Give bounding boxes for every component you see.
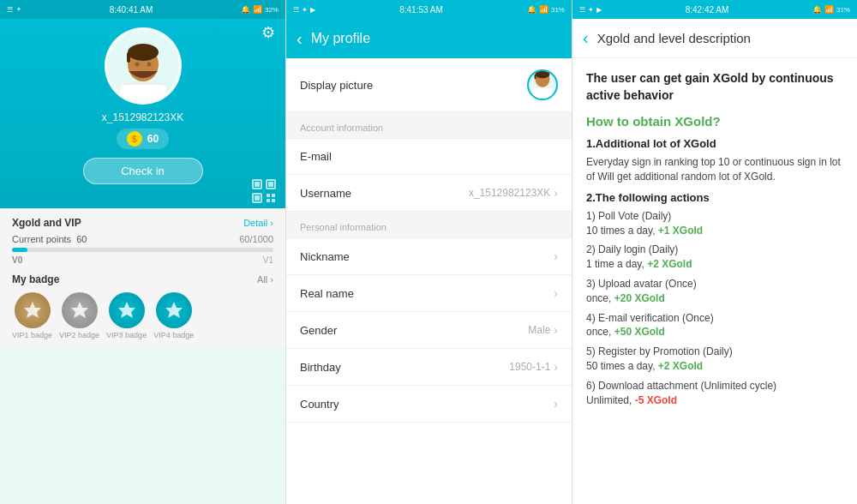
gender-value: Male ›	[528, 323, 558, 337]
avatar-svg	[113, 40, 173, 102]
username-display: x_1512982123XK	[102, 111, 183, 123]
back-button-p3[interactable]: ‹	[583, 28, 589, 48]
panel3-topbar: ‹ Xgold and level description	[572, 19, 857, 58]
svg-rect-15	[272, 194, 275, 197]
personal-info-header: Personal information	[286, 212, 572, 238]
username-item[interactable]: Username x_1512982123XK ›	[286, 175, 572, 212]
statusbar-panel2: ☰✦▶ 8:41:53 AM 🔔📶31%	[286, 0, 572, 19]
badge-vip3-circle	[109, 292, 145, 328]
svg-rect-7	[120, 85, 166, 102]
svg-rect-14	[267, 194, 270, 197]
svg-rect-16	[267, 199, 270, 202]
coins-row: $ 60	[117, 129, 169, 149]
progress-bar-bg	[12, 248, 273, 252]
svg-rect-4	[127, 52, 130, 63]
nickname-label: Nickname	[300, 250, 350, 263]
profile-avatar-small	[527, 69, 558, 100]
panel-my-profile: ☰✦▶ 8:41:53 AM 🔔📶31% ‹ My profile Displa…	[285, 0, 572, 504]
gender-chevron: ›	[554, 323, 558, 337]
statusbar-right-p1: 🔔📶32%	[241, 5, 279, 14]
progress-bar-fill	[12, 248, 27, 252]
badge-vip2-circle	[62, 292, 98, 328]
badge-section-header: My badge All ›	[12, 273, 273, 285]
badge-section: My badge All › VIP1 badge VIP2 badge	[12, 273, 273, 339]
badge-vip1-label: VIP1 badge	[12, 331, 52, 339]
account-info-header: Account information	[286, 112, 572, 139]
vip1-label: V1	[263, 255, 273, 265]
qr-icon[interactable]	[251, 178, 277, 204]
country-item[interactable]: Country ›	[286, 386, 572, 423]
back-button-p2[interactable]: ‹	[297, 29, 303, 49]
following-actions-title: 2.The following actions	[586, 191, 843, 204]
additional-lot-body: Everyday sign in ranking top 10 or conti…	[586, 155, 843, 184]
statusbar-right-p2: 🔔📶31%	[527, 5, 565, 14]
panel-xgold-description: ☰✦▶ 8:42:42 AM 🔔📶31% ‹ Xgold and level d…	[572, 0, 857, 504]
badges-row: VIP1 badge VIP2 badge VIP3 badge	[12, 292, 273, 339]
badge-vip2: VIP2 badge	[59, 292, 99, 339]
birthday-value: 1950-1-1 ›	[509, 360, 558, 374]
gender-label: Gender	[300, 324, 337, 337]
xgold-title: Xgold and VIP	[12, 217, 81, 229]
email-label: E-mail	[300, 150, 332, 163]
username-label: Username	[300, 187, 351, 200]
xgold-content: The user can get gain XGold by continuou…	[572, 58, 857, 504]
svg-point-3	[128, 44, 159, 61]
action-poll-vote: 1) Poll Vote (Daily) 10 times a day, +1 …	[586, 209, 843, 238]
display-picture-item[interactable]: Display picture	[286, 58, 572, 112]
svg-rect-22	[535, 75, 536, 80]
statusbar-left-p3: ☰✦▶	[579, 6, 602, 14]
svg-rect-9	[255, 182, 260, 187]
badge-vip3: VIP3 badge	[106, 292, 147, 339]
birthday-item[interactable]: Birthday 1950-1-1 ›	[286, 349, 572, 386]
statusbar-panel1: ☰ ✦ 8:40:41 AM 🔔📶32%	[0, 0, 285, 19]
badge-vip2-label: VIP2 badge	[59, 331, 99, 339]
email-item[interactable]: E-mail	[286, 139, 572, 175]
xgold-plus20: +20 XGold	[614, 292, 665, 304]
display-picture-label: Display picture	[300, 79, 373, 92]
svg-rect-17	[272, 199, 275, 202]
vip-labels: V0 V1	[12, 255, 273, 265]
panel-profile: ☰ ✦ 8:40:41 AM 🔔📶32% ⚙	[0, 0, 285, 504]
personal-info-label: Personal information	[300, 222, 387, 232]
statusbar-time-p1: 8:40:41 AM	[110, 5, 153, 15]
birthday-chevron: ›	[554, 360, 558, 374]
action-register-promotion: 5) Register by Promotion (Daily) 50 time…	[586, 345, 843, 374]
coins-value: 60	[147, 133, 159, 145]
statusbar-right-p3: 🔔📶31%	[812, 5, 850, 14]
svg-rect-13	[255, 195, 260, 201]
action-upload-avatar: 3) Upload avatar (Once) once, +20 XGold	[586, 277, 843, 306]
avatar	[105, 27, 182, 105]
gender-item[interactable]: Gender Male ›	[286, 312, 572, 349]
country-chevron: ›	[554, 397, 558, 411]
gear-icon[interactable]: ⚙	[261, 23, 275, 42]
realname-chevron: ›	[554, 286, 558, 300]
detail-link[interactable]: Detail ›	[243, 218, 273, 228]
nickname-item[interactable]: Nickname ›	[286, 238, 572, 275]
svg-point-21	[536, 70, 550, 78]
obtain-title: How to obtain XGold?	[586, 114, 843, 129]
action-download-attachment: 6) Download attachment (Unlimited cycle)…	[586, 379, 843, 408]
svg-rect-11	[268, 182, 273, 187]
xgold-minus5: -5 XGold	[635, 394, 677, 406]
additional-lot-title: 1.Additional lot of XGold	[586, 137, 843, 150]
badge-vip1: VIP1 badge	[12, 292, 52, 339]
svg-point-6	[147, 63, 151, 67]
badge-title: My badge	[12, 273, 59, 285]
profile-header: ⚙ x_1512982123XK	[0, 19, 285, 208]
chevron-right-icon: ›	[554, 186, 558, 200]
panel3-title: Xgold and level description	[597, 31, 751, 45]
badge-vip4-circle	[156, 292, 192, 328]
statusbar-time-p3: 8:42:42 AM	[686, 5, 729, 15]
realname-item[interactable]: Real name ›	[286, 275, 572, 312]
svg-rect-24	[532, 88, 553, 99]
statusbar-left-p2: ☰✦▶	[293, 6, 315, 14]
profile-body: Xgold and VIP Detail › Current points 60…	[0, 208, 285, 348]
birthday-label: Birthday	[300, 361, 341, 374]
badge-vip1-circle	[15, 292, 51, 328]
points-max: 60/1000	[239, 234, 273, 244]
checkin-button[interactable]: Check in	[83, 158, 203, 184]
svg-point-5	[135, 63, 139, 67]
panel2-title: My profile	[311, 31, 561, 46]
xgold-promo-plus2: +2 XGold	[658, 360, 703, 372]
all-badges-link[interactable]: All ›	[257, 273, 273, 285]
